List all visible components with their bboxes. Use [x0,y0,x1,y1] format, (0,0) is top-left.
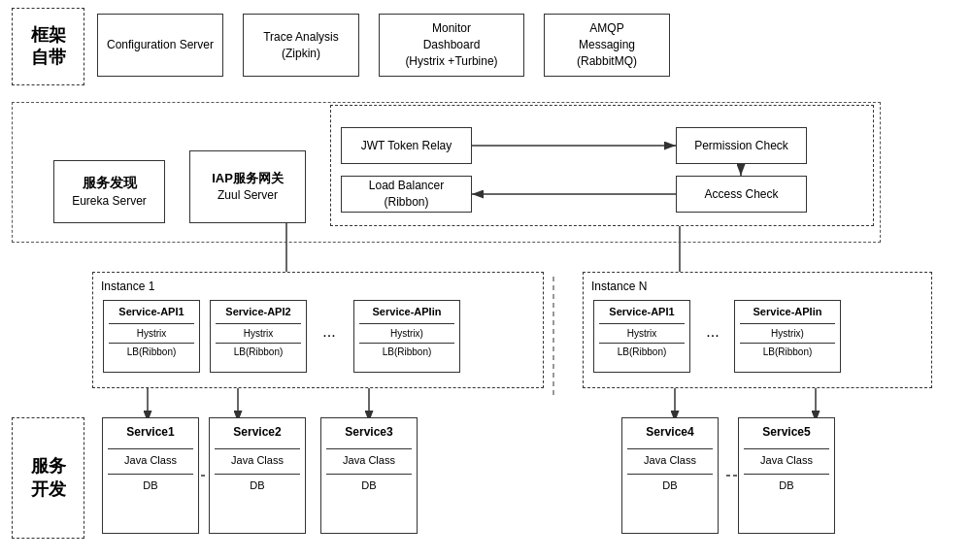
amqp-messaging-box: AMQPMessaging(RabbitMQ) [544,14,670,77]
service5-box: Service5 Java Class DB [738,417,835,534]
instn-api1-box: Service-API1 Hystrix LB(Ribbon) [593,300,690,373]
service1-box: Service1 Java Class DB [102,417,199,534]
zuul-server-box: IAP服务网关 Zuul Server [189,150,306,223]
service-dev-region: 服务开发 [12,417,84,539]
jwt-relay-box: JWT Token Relay [341,127,472,164]
eureka-server-box: 服务发现 Eureka Server [53,160,165,223]
inst1-api1-box: Service-API1 Hystrix LB(Ribbon) [103,300,200,373]
instanceN-label: Instance N [587,277,651,297]
service2-box: Service2 Java Class DB [209,417,306,534]
inst1-apin-box: Service-APIin Hystrix) LB(Ribbon) [353,300,460,373]
inst1-api2-box: Service-API2 Hystrix LB(Ribbon) [210,300,307,373]
framework-region: 框架自带 [12,8,84,85]
architecture-diagram: 框架自带 Configuration Server Trace Analysis… [0,0,971,560]
service3-box: Service3 Java Class DB [320,417,418,534]
permission-check-box: Permission Check [676,127,807,164]
instance1-label: Instance 1 [97,277,158,297]
inst1-dots: ... [315,321,344,343]
monitor-dashboard-box: MonitorDashboard(Hystrix +Turbine) [379,14,524,77]
trace-analysis-box: Trace Analysis(Zipkin) [243,14,359,77]
load-balancer-box: Load Balancer(Ribbon) [341,176,472,213]
config-server-box: Configuration Server [97,14,223,77]
gateway-inner-region: JWT Token Relay Load Balancer(Ribbon) Pe… [330,105,874,226]
instanceN-region: Instance N Service-API1 Hystrix LB(Ribbo… [583,272,932,388]
instn-dots: ... [698,321,727,343]
access-check-box: Access Check [676,176,807,213]
instn-apin-box: Service-APIin Hystrix) LB(Ribbon) [734,300,841,373]
service4-box: Service4 Java Class DB [621,417,719,534]
instance1-region: Instance 1 Service-API1 Hystrix LB(Ribbo… [92,272,544,388]
